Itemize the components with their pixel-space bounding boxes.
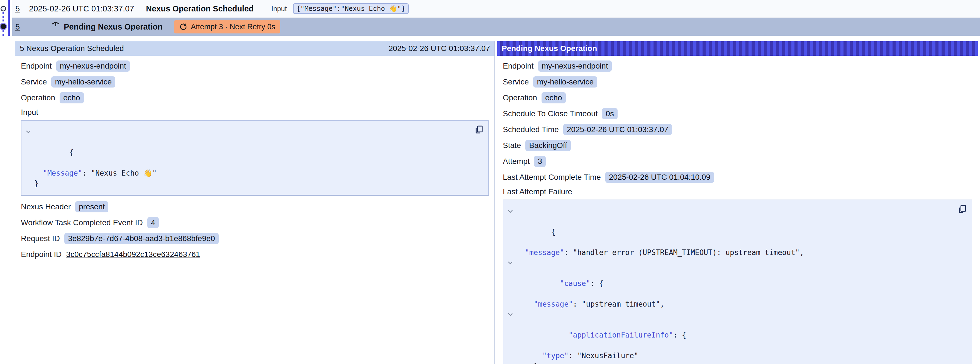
json-line	[551, 331, 568, 339]
event-detail-panel: 5 Nexus Operation Scheduled 2025-02-26 U…	[15, 41, 495, 364]
attempt-retry-badge: Attempt 3 · Next Retry 0s	[174, 20, 280, 34]
field-label: Endpoint ID	[21, 250, 62, 259]
field-scheduled-time: Scheduled Time 2025-02-26 UTC 01:03:37.0…	[503, 121, 972, 137]
pending-operation-panel: Pending Nexus Operation Endpoint my-nexu…	[497, 41, 978, 364]
retry-icon	[179, 22, 188, 31]
event-id-link[interactable]: 5	[15, 4, 20, 13]
pending-panel-header: Pending Nexus Operation	[497, 41, 978, 56]
event-detail-time: 2025-02-26 UTC 01:03:37.07	[388, 44, 490, 53]
field-workflow-task-completed-event-id: Workflow Task Completed Event ID 4	[21, 215, 489, 230]
field-schedule-to-close-timeout: Schedule To Close Timeout 0s	[503, 105, 972, 121]
field-value-badge: my-hello-service	[51, 77, 115, 88]
field-last-attempt-complete-time: Last Attempt Complete Time 2025-02-26 UT…	[503, 169, 972, 185]
event-title: Pending Nexus Operation	[64, 22, 163, 32]
event-time: 2025-02-26 UTC 01:03:37.07	[29, 4, 134, 13]
field-label: Last Attempt Complete Time	[503, 173, 601, 182]
event-row-scheduled[interactable]: 5 2025-02-26 UTC 01:03:37.07 Nexus Opera…	[12, 0, 980, 18]
field-label: Service	[503, 77, 529, 86]
field-request-id: Request ID 3e829b7e-7d67-4b08-aad3-b1e86…	[21, 230, 489, 246]
field-label: Scheduled Time	[503, 125, 559, 134]
event-detail-title: 5 Nexus Operation Scheduled	[20, 44, 124, 53]
json-line	[551, 279, 560, 287]
field-label: Request ID	[21, 234, 60, 243]
copy-icon[interactable]	[474, 125, 484, 135]
input-label: Input	[21, 105, 489, 119]
field-service: Service my-hello-service	[21, 74, 489, 90]
collapse-chevron-icon[interactable]	[508, 312, 513, 317]
failure-json-block: { "message": "handler error (UPSTREAM_TI…	[503, 200, 972, 364]
field-label: Service	[21, 77, 47, 86]
field-service: Service my-hello-service	[503, 74, 972, 90]
field-label: Nexus Header	[21, 202, 71, 211]
json-line: {	[551, 228, 555, 236]
json-line: }	[34, 178, 483, 189]
event-row-pending[interactable]: 5 Pending Nexus Operation Attempt 3 · Ne…	[12, 18, 980, 36]
field-label: Operation	[503, 93, 537, 102]
field-label: Endpoint	[21, 62, 52, 70]
event-input-label: Input	[271, 5, 287, 13]
field-value-badge: my-nexus-endpoint	[538, 61, 612, 72]
field-label: Endpoint	[503, 62, 534, 70]
json-line: "Message": "Nexus Echo 👋"	[34, 168, 483, 178]
field-label: Operation	[21, 93, 55, 102]
field-value-badge: 2025-02-26 UTC 01:04:10.09	[605, 172, 714, 183]
attempt-retry-text: Attempt 3 · Next Retry 0s	[191, 22, 275, 31]
field-label: Schedule To Close Timeout	[503, 109, 598, 118]
field-label: State	[503, 141, 521, 150]
timeline-current-node-icon	[0, 24, 6, 29]
event-input-chip[interactable]: {"Message":"Nexus Echo 👋"}	[293, 3, 409, 14]
copy-icon[interactable]	[957, 204, 967, 214]
field-operation: Operation echo	[503, 90, 972, 105]
field-attempt: Attempt 3	[503, 153, 972, 169]
event-title: Nexus Operation Scheduled	[146, 4, 254, 13]
field-endpoint: Endpoint my-nexus-endpoint	[503, 58, 972, 74]
pending-panel-title: Pending Nexus Operation	[502, 44, 597, 53]
field-operation: Operation echo	[21, 90, 489, 105]
event-detail-header: 5 Nexus Operation Scheduled 2025-02-26 U…	[15, 41, 495, 56]
event-id-link[interactable]: 5	[15, 22, 20, 32]
field-value-badge: my-hello-service	[533, 77, 597, 88]
json-line: "message": "upstream timeout",	[516, 299, 966, 310]
json-line: }	[516, 361, 966, 364]
field-value-badge: 2025-02-26 UTC 01:03:37.07	[563, 124, 672, 135]
field-value-badge: 4	[147, 217, 159, 228]
json-line: "message": "handler error (UPSTREAM_TIME…	[516, 247, 966, 258]
field-value-badge: 3e829b7e-7d67-4b08-aad3-b1e868bfe9e0	[64, 233, 219, 244]
collapse-chevron-icon[interactable]	[26, 129, 31, 134]
input-json-block: { "Message": "Nexus Echo 👋" }	[21, 120, 489, 196]
field-value-badge: 0s	[602, 108, 617, 119]
timeline-line	[8, 0, 10, 36]
field-value-badge: 3	[534, 156, 546, 167]
json-line: {	[69, 148, 73, 156]
field-endpoint: Endpoint my-nexus-endpoint	[21, 58, 489, 74]
last-attempt-failure-label: Last Attempt Failure	[503, 185, 972, 198]
field-value-badge: my-nexus-endpoint	[56, 61, 130, 72]
timeline-event-node-icon	[0, 6, 6, 11]
field-nexus-header: Nexus Header present	[21, 199, 489, 215]
endpoint-id-link[interactable]: 3c0c75ccfa8144b092c13ce632463761	[66, 250, 200, 259]
field-value-badge: BackingOff	[525, 140, 571, 151]
field-value-badge: echo	[541, 92, 566, 104]
field-value-badge: echo	[60, 92, 84, 104]
json-line: "type": "NexusFailure"	[516, 351, 966, 361]
field-label: Workflow Task Completed Event ID	[21, 218, 143, 227]
field-value-badge: present	[75, 201, 108, 212]
field-endpoint-id: Endpoint ID 3c0c75ccfa8144b092c13ce63246…	[21, 246, 489, 262]
collapse-chevron-icon[interactable]	[508, 209, 513, 214]
field-state: State BackingOff	[503, 137, 972, 153]
collapse-chevron-icon[interactable]	[508, 260, 513, 265]
pending-asterisk-icon	[51, 22, 60, 32]
field-label: Attempt	[503, 157, 530, 166]
